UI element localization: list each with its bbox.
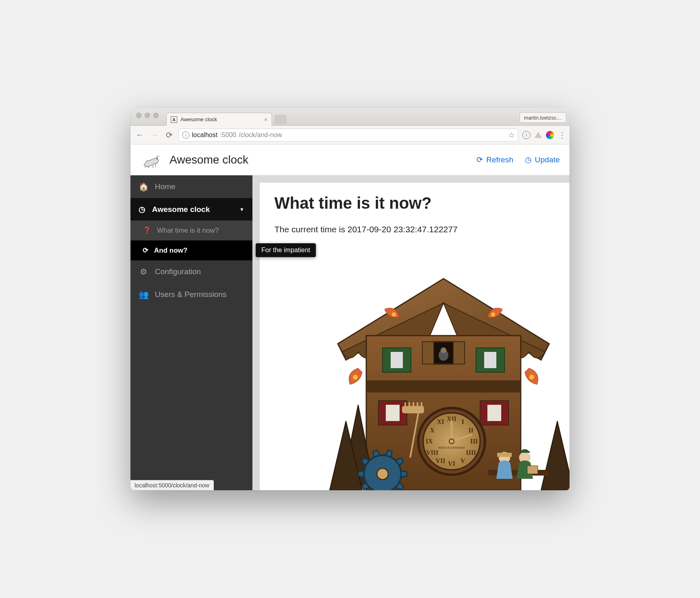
home-icon: 🏠: [139, 182, 148, 192]
svg-text:X: X: [430, 427, 435, 434]
site-info-icon[interactable]: i: [182, 131, 189, 139]
svg-text:II: II: [468, 427, 473, 434]
window-zoom-button[interactable]: [153, 113, 159, 118]
sidebar-label-what-time: What time is it now?: [157, 227, 219, 235]
sidebar-item-and-now[interactable]: ⟳ And now?: [130, 240, 252, 260]
svg-rect-8: [422, 342, 434, 364]
svg-rect-15: [386, 405, 400, 421]
profile-chip[interactable]: martin.loetzsc…: [520, 112, 566, 123]
refresh-button[interactable]: ⟳ Refresh: [476, 155, 513, 164]
window-controls: [136, 113, 159, 118]
info-extension-icon[interactable]: i: [522, 131, 530, 139]
app-header: Awesome clock ⟳ Refresh ◷ Update: [130, 144, 570, 175]
browser-tab-active[interactable]: A Awesome clock ×: [166, 113, 272, 126]
header-actions: ⟳ Refresh ◷ Update: [476, 155, 560, 164]
browser-menu-button[interactable]: ⋮: [558, 130, 565, 140]
svg-text:IIII: IIII: [466, 449, 476, 456]
sidebar-label-home: Home: [155, 182, 176, 191]
svg-point-20: [491, 312, 495, 316]
bookmark-star-icon[interactable]: ☆: [508, 131, 515, 140]
address-bar[interactable]: i localhost:5000/clock/and-now ☆: [178, 129, 518, 142]
svg-rect-9: [453, 342, 465, 364]
tab-strip: A Awesome clock ×: [166, 108, 287, 125]
svg-point-18: [529, 375, 534, 380]
clock-icon: ◷: [525, 155, 532, 164]
page-heading: What time is it now?: [274, 194, 555, 212]
drive-extension-icon[interactable]: [535, 132, 542, 138]
cuckoo-clock-image: XIIIIIIIIIIIIVVIVIIVIIIIXXXI MADE IN GER…: [313, 266, 570, 490]
new-tab-button[interactable]: [274, 115, 287, 124]
sidebar-item-home[interactable]: 🏠 Home: [130, 175, 252, 198]
content-area: What time is it now? The current time is…: [252, 175, 570, 490]
sidebar-label-config: Configuration: [155, 267, 201, 276]
sidebar-item-configuration[interactable]: ⚙ Configuration: [130, 260, 252, 283]
svg-point-37: [449, 439, 454, 444]
svg-text:III: III: [470, 438, 478, 445]
svg-marker-39: [401, 471, 407, 477]
svg-point-19: [392, 312, 396, 316]
sidebar-section-label: Awesome clock: [152, 205, 210, 214]
caret-down-icon: ▼: [239, 207, 244, 212]
svg-rect-5: [391, 352, 403, 368]
window-minimize-button[interactable]: [145, 113, 150, 118]
current-time-text: The current time is 2017-09-20 23:32:47.…: [274, 225, 555, 234]
app-title: Awesome clock: [170, 153, 248, 166]
back-button[interactable]: ←: [135, 130, 145, 140]
svg-rect-2: [366, 380, 521, 393]
sidebar-section-clock[interactable]: ◷ Awesome clock ▼: [130, 198, 252, 220]
status-bar: localhost:5000/clock/and-now: [130, 480, 214, 490]
svg-text:VI: VI: [448, 460, 455, 467]
reload-button[interactable]: ⟳: [164, 130, 174, 140]
app-body: 🏠 Home ◷ Awesome clock ▼ ❓ What time is …: [130, 175, 570, 490]
browser-window: A Awesome clock × martin.loetzsc… ← → ⟳ …: [130, 108, 570, 490]
svg-point-17: [353, 375, 358, 380]
update-button[interactable]: ◷ Update: [525, 155, 560, 164]
users-icon: 👥: [139, 290, 148, 299]
forward-button[interactable]: →: [149, 130, 160, 140]
tab-title: Awesome clock: [180, 116, 261, 122]
sidebar: 🏠 Home ◷ Awesome clock ▼ ❓ What time is …: [130, 175, 252, 490]
url-path: /clock/and-now: [239, 131, 282, 139]
gears-icon: ⚙: [139, 267, 148, 277]
svg-text:VIII: VIII: [426, 449, 438, 456]
svg-marker-44: [358, 471, 364, 477]
url-port: :5000: [220, 131, 236, 139]
favicon-icon: A: [171, 116, 177, 123]
svg-text:V: V: [461, 457, 465, 464]
svg-rect-16: [487, 405, 501, 421]
clock-center-label: MADE IN GERMANY: [438, 446, 465, 449]
svg-rect-59: [497, 453, 512, 457]
url-host: localhost: [192, 131, 217, 139]
content-panel: What time is it now? The current time is…: [260, 183, 570, 490]
svg-point-49: [377, 468, 388, 480]
clock-icon: ◷: [139, 205, 146, 214]
color-extension-icon[interactable]: [546, 131, 554, 139]
refresh-icon: ⟳: [476, 155, 483, 164]
app-logo-icon: [140, 150, 163, 170]
sidebar-label-and-now: And now?: [154, 247, 187, 255]
tab-close-button[interactable]: ×: [264, 116, 267, 123]
svg-rect-6: [484, 352, 496, 368]
svg-point-0: [157, 158, 158, 159]
update-label: Update: [535, 155, 560, 164]
sidebar-item-users[interactable]: 👥 Users & Permissions: [130, 283, 252, 306]
sidebar-item-what-time[interactable]: ❓ What time is it now?: [130, 220, 252, 240]
question-icon: ❓: [143, 226, 151, 235]
svg-text:XI: XI: [437, 418, 444, 425]
refresh-icon: ⟳: [143, 246, 148, 255]
svg-rect-61: [527, 466, 538, 474]
tooltip: For the impatient: [256, 243, 316, 257]
refresh-label: Refresh: [486, 155, 513, 164]
svg-text:I: I: [461, 418, 464, 425]
window-titlebar: A Awesome clock × martin.loetzsc…: [130, 108, 570, 126]
svg-text:IX: IX: [426, 438, 433, 445]
browser-toolbar: ← → ⟳ i localhost:5000/clock/and-now ☆ i…: [130, 126, 570, 144]
svg-text:VII: VII: [435, 457, 445, 464]
sidebar-label-users: Users & Permissions: [155, 290, 226, 299]
svg-rect-51: [403, 407, 423, 412]
window-close-button[interactable]: [136, 113, 141, 118]
